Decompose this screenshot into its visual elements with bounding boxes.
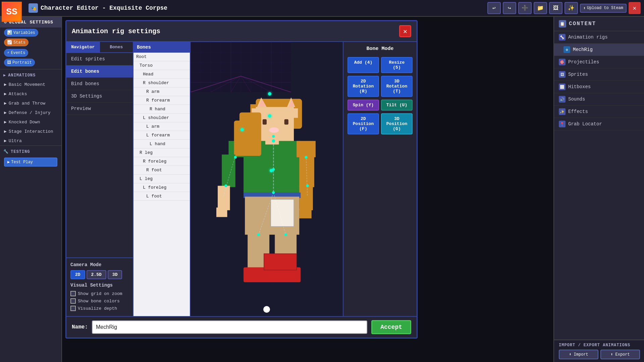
bone-l-shoulder[interactable]: L shoulder bbox=[133, 114, 190, 122]
bone-root[interactable]: Root bbox=[133, 53, 190, 61]
nav-bind-bones[interactable]: Bind bones bbox=[66, 78, 133, 90]
bone-r-arm[interactable]: R arm bbox=[133, 87, 190, 96]
tab-navigator[interactable]: Navigator bbox=[66, 42, 100, 52]
nav-edit-sprites[interactable]: Edit sprites bbox=[66, 53, 133, 65]
hitboxes-label: Hitboxes bbox=[568, 84, 591, 89]
accept-button[interactable]: Accept bbox=[371, 320, 411, 334]
camera-3d-button[interactable]: 3D bbox=[108, 270, 122, 279]
sidebar-item-projectiles[interactable]: 🎯 Projectiles bbox=[554, 56, 644, 68]
portrait-pill[interactable]: 🖼 Portrait bbox=[4, 59, 35, 66]
bone-r-hand[interactable]: R hand bbox=[133, 105, 190, 114]
events-pill[interactable]: ⚡ Events bbox=[4, 49, 28, 57]
knocked-down-label: Knocked Down bbox=[9, 120, 40, 125]
camera-2d-button[interactable]: 2D bbox=[70, 270, 85, 279]
undo-button[interactable]: ↩ bbox=[487, 2, 501, 14]
bone-l-leg[interactable]: L leg bbox=[133, 175, 190, 183]
bone-head[interactable]: Head bbox=[133, 70, 190, 79]
sidebar-item-mechrig[interactable]: ⚙ MechRig bbox=[554, 44, 644, 56]
checkbox-bone-colors[interactable]: Show bone colors bbox=[70, 297, 129, 305]
bone-l-foreleg[interactable]: L foreleg bbox=[133, 183, 190, 192]
stats-label: Stats bbox=[13, 40, 25, 45]
bone-r-foot[interactable]: R foot bbox=[133, 166, 190, 175]
scroll-indicator bbox=[263, 306, 270, 313]
sidebar-item-defense[interactable]: ▶ Defense / Injury bbox=[0, 108, 61, 117]
sidebar-item-sprites[interactable]: 🖼 Sprites bbox=[554, 68, 644, 81]
app-title: 🎭 Character Editor - Exquisite Corpse bbox=[29, 3, 167, 13]
bone-l-hand[interactable]: L hand bbox=[133, 140, 190, 148]
redo-button[interactable]: ↪ bbox=[503, 2, 516, 14]
upload-steam-button[interactable]: ⬆ Upload to Steam bbox=[580, 4, 627, 13]
camera-25d-button[interactable]: 2.5D bbox=[87, 270, 106, 279]
nav-3d-settings[interactable]: 3D Settings bbox=[66, 90, 133, 103]
test-play-button[interactable]: ▶ Test Play bbox=[4, 158, 57, 167]
animation-rigs-label: Animation rigs bbox=[568, 35, 608, 40]
checkbox-show-grid[interactable]: Show grid on zoom bbox=[70, 290, 129, 297]
show-grid-checkbox[interactable] bbox=[70, 291, 76, 296]
sidebar-item-hitboxes[interactable]: ⬜ Hitboxes bbox=[554, 81, 644, 93]
bone-r-shoulder[interactable]: R shoulder bbox=[133, 79, 190, 87]
projectiles-label: Projectiles bbox=[568, 59, 599, 65]
spin-button[interactable]: Spin (Y) bbox=[347, 100, 379, 111]
sounds-icon: 🔊 bbox=[559, 96, 566, 103]
tilt-button[interactable]: Tilt (U) bbox=[381, 100, 413, 111]
sidebar-pills-2: ⚡ Events 🖼 Portrait bbox=[0, 48, 61, 68]
sounds-label: Sounds bbox=[568, 97, 585, 102]
add-button[interactable]: Add (4) bbox=[347, 57, 379, 73]
3d-position-button[interactable]: 3D Position (G) bbox=[381, 113, 413, 134]
sidebar-item-knocked-down[interactable]: ▶ Knocked Down bbox=[0, 117, 61, 127]
visualize-depth-label: Visualize depth bbox=[78, 306, 117, 311]
svg-rect-30 bbox=[299, 186, 313, 210]
attacks-label: Attacks bbox=[9, 92, 27, 97]
bone-colors-checkbox[interactable] bbox=[70, 298, 76, 304]
bone-l-foot[interactable]: L foot bbox=[133, 192, 190, 201]
checkbox-visualize-depth[interactable]: Visualize depth bbox=[70, 305, 129, 312]
attacks-icon: ▶ bbox=[4, 91, 7, 97]
effects-icon: ✨ bbox=[559, 108, 566, 115]
tab-bones[interactable]: Bones bbox=[100, 42, 133, 52]
grab-locator-icon: 📍 bbox=[559, 121, 566, 127]
3d-rotation-button[interactable]: 3D Rotation (T) bbox=[381, 76, 413, 97]
stats-pill[interactable]: 📈 Stats bbox=[4, 39, 29, 46]
mode-row-4: 2D Position (F) 3D Position (G) bbox=[347, 113, 413, 134]
nav-edit-bones[interactable]: Edit bones bbox=[66, 65, 133, 78]
sidebar-item-grab-locator[interactable]: 📍 Grab Locator bbox=[554, 118, 644, 130]
show-grid-label: Show grid on zoom bbox=[78, 291, 122, 296]
bone-r-foreleg[interactable]: R foreleg bbox=[133, 157, 190, 166]
defense-label: Defense / Injury bbox=[9, 110, 51, 115]
resize-button[interactable]: Resize (5) bbox=[381, 57, 413, 73]
sidebar-item-grab-throw[interactable]: ▶ Grab and Throw bbox=[0, 99, 61, 108]
sidebar-item-effects[interactable]: ✨ Effects bbox=[554, 106, 644, 118]
sprites-label: Sprites bbox=[568, 72, 588, 77]
bone-r-forearm[interactable]: R forearm bbox=[133, 96, 190, 105]
modal-close-button[interactable]: ✕ bbox=[399, 25, 411, 37]
name-input[interactable] bbox=[92, 320, 367, 334]
image-button[interactable]: 🖼 bbox=[549, 2, 562, 14]
sidebar-item-attacks[interactable]: ▶ Attacks bbox=[0, 89, 61, 99]
sidebar-item-animation-rigs[interactable]: 🦴 Animation rigs bbox=[554, 31, 644, 44]
bone-torso[interactable]: Torso bbox=[133, 61, 190, 70]
sidebar-item-basic-movement[interactable]: ▶ Basic Movement bbox=[0, 80, 61, 89]
nav-preview[interactable]: Preview bbox=[66, 103, 133, 115]
effects-button[interactable]: ✨ bbox=[565, 2, 578, 14]
sidebar-item-stage-interaction[interactable]: ▶ Stage Interaction bbox=[0, 127, 61, 136]
left-sidebar: ⚙ GLOBAL SETTINGS 📊 Variables 📈 Stats ⚡ … bbox=[0, 17, 62, 362]
export-button[interactable]: ⬆ Export bbox=[600, 350, 640, 359]
variables-pill[interactable]: 📊 Variables bbox=[4, 29, 38, 37]
canvas-area[interactable] bbox=[191, 42, 343, 316]
bone-l-forearm[interactable]: L forearm bbox=[133, 131, 190, 140]
2d-rotation-button[interactable]: 2D Rotation (R) bbox=[347, 76, 379, 97]
sidebar-item-ultra[interactable]: ▶ Ultra bbox=[0, 136, 61, 145]
nav-tabs: Navigator Bones bbox=[66, 42, 133, 53]
add-button[interactable]: ➕ bbox=[518, 2, 532, 14]
visualize-depth-checkbox[interactable] bbox=[70, 306, 76, 311]
sidebar-item-sounds[interactable]: 🔊 Sounds bbox=[554, 93, 644, 106]
import-button[interactable]: ⬇ Import bbox=[559, 350, 598, 359]
modal-nav-panel: Navigator Bones Edit sprites Edit bones … bbox=[66, 42, 133, 316]
bone-l-arm[interactable]: L arm bbox=[133, 122, 190, 131]
app-close-button[interactable]: ✕ bbox=[629, 2, 641, 14]
2d-position-button[interactable]: 2D Position (F) bbox=[347, 113, 379, 134]
svg-point-47 bbox=[234, 156, 237, 159]
open-button[interactable]: 📁 bbox=[534, 2, 547, 14]
testing-section-header: 🔧 TESTING bbox=[0, 147, 61, 156]
bone-r-leg[interactable]: R leg bbox=[133, 148, 190, 157]
